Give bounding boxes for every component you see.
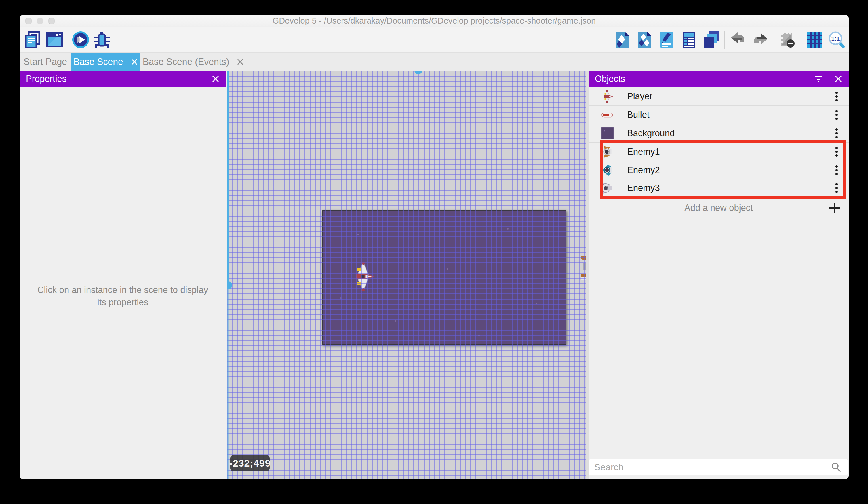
tab-label: Start Page <box>24 57 67 67</box>
object-menu-icon[interactable] <box>836 110 838 120</box>
enemy1-object-icon <box>601 145 614 158</box>
object-row-enemy1[interactable]: Enemy1 <box>589 143 849 161</box>
bullet-object-icon <box>601 108 614 122</box>
object-menu-icon[interactable] <box>836 147 838 157</box>
main-toolbar: 1:1 <box>20 27 849 52</box>
zoom-label: 1:1 <box>831 36 840 42</box>
close-tab-icon[interactable] <box>131 58 138 65</box>
toolbar-divider <box>67 31 68 49</box>
enemy2-object-icon <box>601 164 614 177</box>
properties-panel-body: Click on an instance in the scene to dis… <box>20 87 226 479</box>
toolbar-divider <box>724 31 725 49</box>
objects-editor-icon[interactable] <box>613 31 631 49</box>
tab-label: Base Scene <box>73 57 123 67</box>
properties-panel-title: Properties <box>26 74 211 84</box>
tab-base-scene[interactable]: Base Scene <box>71 53 141 71</box>
search-input[interactable] <box>589 462 830 473</box>
object-row-background[interactable]: Background <box>589 124 849 143</box>
close-panel-icon[interactable] <box>211 75 220 83</box>
object-row-player[interactable]: Player <box>589 87 849 106</box>
objects-panel: Objects <box>589 71 849 479</box>
properties-empty-message: Click on an instance in the scene to dis… <box>37 284 209 309</box>
window-title: GDevelop 5 - /Users/dkarakay/Documents/G… <box>20 15 849 27</box>
selection-edge <box>227 71 229 285</box>
objects-panel-title: Objects <box>595 74 814 84</box>
layers-editor-icon[interactable] <box>702 31 720 49</box>
properties-panel: Properties Click on an instance in the s… <box>20 71 226 479</box>
player-object-icon <box>601 90 614 103</box>
instances-list-icon[interactable] <box>680 31 698 49</box>
object-name: Enemy3 <box>627 183 836 193</box>
object-row-enemy2[interactable]: Enemy2 <box>589 161 849 179</box>
toolbar-divider <box>800 31 801 49</box>
enemy-fragment[interactable] <box>581 274 586 277</box>
properties-panel-icon[interactable] <box>658 31 676 49</box>
add-object-plus-icon[interactable] <box>828 202 841 214</box>
object-row-bullet[interactable]: Bullet <box>589 106 849 124</box>
selection-handle-left[interactable] <box>227 281 232 289</box>
search-icon[interactable] <box>830 461 842 473</box>
tab-base-scene-events[interactable]: Base Scene (Events) <box>141 53 246 71</box>
debugger-bug-icon[interactable] <box>93 31 111 49</box>
object-name: Enemy1 <box>627 147 836 157</box>
selection-edge <box>227 285 229 479</box>
object-name: Player <box>627 91 836 102</box>
cursor-coordinates-badge: -232;499 <box>230 455 270 471</box>
zoom-original-icon[interactable]: 1:1 <box>828 31 846 49</box>
object-menu-icon[interactable] <box>836 92 838 101</box>
redo-icon[interactable] <box>752 31 769 49</box>
tab-bar: Start Page Base Scene Base Scene (Events… <box>20 52 849 71</box>
object-menu-icon[interactable] <box>836 183 838 193</box>
object-name: Background <box>627 128 836 139</box>
player-ship-instance[interactable] <box>352 262 374 291</box>
grid-toggle-icon[interactable] <box>806 31 823 49</box>
object-menu-icon[interactable] <box>836 165 838 175</box>
render-mask-icon[interactable] <box>778 31 796 49</box>
content-area: Properties Click on an instance in the s… <box>20 71 849 479</box>
enemy-fragment[interactable] <box>581 277 586 280</box>
properties-panel-header: Properties <box>20 71 226 87</box>
scene-window-icon[interactable] <box>45 31 63 49</box>
background-object-icon <box>601 127 614 140</box>
title-bar: GDevelop 5 - /Users/dkarakay/Documents/G… <box>20 15 849 27</box>
app-window: GDevelop 5 - /Users/dkarakay/Documents/G… <box>20 15 849 479</box>
add-object-button[interactable]: Add a new object <box>589 203 849 213</box>
canvas-scrollbar-strip[interactable] <box>586 71 589 479</box>
scene-canvas[interactable]: -232;499 <box>227 71 586 479</box>
filter-icon[interactable] <box>814 74 823 83</box>
add-object-row: Add a new object <box>589 199 849 217</box>
project-manager-icon[interactable] <box>24 31 41 49</box>
object-menu-icon[interactable] <box>836 129 838 138</box>
object-row-enemy3[interactable]: Enemy3 <box>589 179 849 197</box>
enemy-fragment[interactable] <box>581 256 586 260</box>
tab-label: Base Scene (Events) <box>143 57 229 67</box>
enemy3-object-icon <box>601 181 614 195</box>
undo-icon[interactable] <box>729 31 747 49</box>
object-name: Bullet <box>627 110 836 120</box>
object-name: Enemy2 <box>627 165 836 175</box>
toolbar-divider <box>774 31 774 49</box>
tab-start-page[interactable]: Start Page <box>20 53 71 71</box>
enemy-fragment[interactable] <box>582 263 586 270</box>
object-groups-icon[interactable] <box>636 31 654 49</box>
close-panel-icon[interactable] <box>834 75 843 83</box>
objects-panel-header: Objects <box>589 71 849 87</box>
close-tab-icon[interactable] <box>237 58 244 65</box>
object-search-bar <box>589 459 848 475</box>
selection-handle-top[interactable] <box>414 71 422 74</box>
play-preview-icon[interactable] <box>72 31 90 49</box>
